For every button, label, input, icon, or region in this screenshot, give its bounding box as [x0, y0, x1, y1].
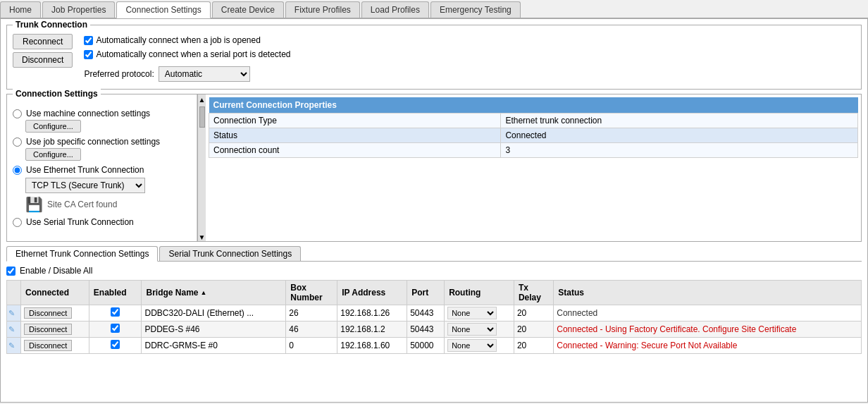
th-edit	[7, 281, 21, 305]
option-serial-label: Use Serial Trunk Connection	[26, 217, 134, 227]
eth-bridge-name-2: DDRC-GRMS-E #0	[142, 338, 286, 354]
auto-connect-serial-label[interactable]: Automatically connect when a serial port…	[84, 49, 290, 59]
option-ethernet-label: Use Ethernet Trunk Connection	[26, 165, 144, 175]
eth-routing-2: None	[445, 338, 514, 354]
eth-box-number-2: 0	[286, 338, 337, 354]
bottom-tab-serial[interactable]: Serial Trunk Connection Settings	[159, 246, 301, 261]
eth-connected-0: Disconnect	[21, 305, 89, 322]
tab-emergency-testing[interactable]: Emergency Testing	[430, 1, 521, 18]
tab-connection-settings[interactable]: Connection Settings	[116, 1, 210, 18]
eth-bridge-name-1: PDDEG-S #46	[142, 322, 286, 338]
connection-settings-left: Use machine connection settings Configur…	[7, 94, 197, 241]
scroll-handle[interactable]: ▲ ▼	[197, 94, 206, 241]
trunk-type-select[interactable]: TCP TLS (Secure Trunk)	[25, 178, 145, 193]
tab-job-properties[interactable]: Job Properties	[42, 1, 115, 18]
routing-select-1[interactable]: None	[447, 323, 497, 336]
eth-bridge-name-0: DDBC320-DALI (Ethernet) ...	[142, 305, 286, 322]
edit-icon-0[interactable]: ✎	[8, 309, 15, 318]
conn-prop-label-2: Connection count	[209, 143, 501, 158]
routing-select-0[interactable]: None	[447, 307, 497, 319]
routing-select-2[interactable]: None	[447, 339, 497, 352]
eth-port-0: 50443	[407, 305, 445, 322]
th-ip-address: IP Address	[337, 281, 407, 305]
trunk-type-row: TCP TLS (Secure Trunk)	[25, 178, 191, 193]
eth-ip-address-2: 192.168.1.60	[337, 338, 407, 354]
cert-label: Site CA Cert found	[47, 200, 117, 209]
conn-prop-label-1: Status	[209, 128, 501, 143]
eth-tx-delay-2: 20	[514, 338, 553, 354]
eth-enabled-2	[89, 338, 142, 354]
disconnect-button-0[interactable]: Disconnect	[24, 307, 72, 319]
current-connection-panel: Current Connection Properties Connection…	[206, 94, 861, 241]
eth-table-row: ✎ Disconnect PDDEG-S #46 46 192.168.1.2 …	[7, 322, 862, 338]
enable-all-label: Enable / Disable All	[20, 266, 92, 276]
tab-load-profiles[interactable]: Load Profiles	[361, 1, 429, 18]
bridge-sort-icon: ▲	[201, 289, 207, 296]
auto-connect-job-text: Automatically connect when a job is open…	[96, 35, 260, 45]
reconnect-button[interactable]: Reconnect	[13, 34, 73, 49]
conn-prop-value-1: Connected	[501, 128, 858, 143]
enabled-checkbox-1[interactable]	[111, 324, 120, 333]
edit-icon-1[interactable]: ✎	[8, 325, 15, 334]
main-content: Trunk Connection Reconnect Disconnect Au…	[0, 18, 868, 403]
th-box-number: BoxNumber	[286, 281, 337, 305]
edit-icon-2[interactable]: ✎	[8, 341, 15, 350]
conn-prop-row-0: Connection Type Ethernet trunk connectio…	[209, 114, 858, 128]
disconnect-button-2[interactable]: Disconnect	[24, 340, 72, 351]
current-connection-table: Current Connection Properties Connection…	[209, 97, 858, 158]
enable-all-checkbox[interactable]	[6, 267, 16, 276]
trunk-connection-title: Trunk Connection	[13, 20, 90, 30]
eth-tx-delay-1: 20	[514, 322, 553, 338]
conn-prop-label-0: Connection Type	[209, 114, 501, 128]
conn-prop-value-2: 3	[501, 143, 858, 158]
eth-table: Connected Enabled Bridge Name ▲ BoxNumbe…	[6, 280, 862, 354]
tab-create-device[interactable]: Create Device	[212, 1, 284, 18]
th-tx-delay: TxDelay	[514, 281, 553, 305]
eth-port-2: 50000	[407, 338, 445, 354]
bottom-tab-bar: Ethernet Trunk Connection Settings Seria…	[6, 246, 862, 262]
eth-routing-1: None	[445, 322, 514, 338]
preferred-protocol-select[interactable]: Automatic	[159, 66, 250, 82]
tab-bar: Home Job Properties Connection Settings …	[0, 0, 868, 18]
eth-connected-1: Disconnect	[21, 322, 89, 338]
eth-ip-address-1: 192.168.1.2	[337, 322, 407, 338]
radio-serial[interactable]	[13, 218, 22, 227]
radio-job[interactable]	[13, 137, 22, 147]
eth-enabled-0	[89, 305, 142, 322]
auto-connect-serial-checkbox[interactable]	[84, 50, 93, 59]
eth-table-row: ✎ Disconnect DDRC-GRMS-E #0 0 192.168.1.…	[7, 338, 862, 354]
conn-props-header: Current Connection Properties	[209, 97, 858, 114]
radio-ethernet[interactable]	[13, 166, 22, 175]
scroll-thumb[interactable]	[199, 106, 205, 128]
option-machine-label: Use machine connection settings	[26, 109, 150, 118]
auto-connect-serial-text: Automatically connect when a serial port…	[96, 49, 290, 59]
eth-ip-address-0: 192.168.1.26	[337, 305, 407, 322]
scroll-down-arrow[interactable]: ▼	[199, 233, 206, 241]
conn-prop-row-1: Status Connected	[209, 128, 858, 143]
auto-connect-job-checkbox[interactable]	[84, 36, 93, 45]
auto-connect-job-label[interactable]: Automatically connect when a job is open…	[84, 35, 290, 45]
trunk-connection-section: Trunk Connection Reconnect Disconnect Au…	[6, 25, 862, 90]
th-connected: Connected	[21, 281, 89, 305]
th-status: Status	[554, 281, 862, 305]
cert-row: 💾 Site CA Cert found	[25, 196, 191, 213]
eth-routing-0: None	[445, 305, 514, 322]
preferred-protocol-label: Preferred protocol:	[84, 69, 154, 79]
eth-status-0: Connected	[554, 305, 862, 322]
enabled-checkbox-0[interactable]	[111, 307, 120, 317]
eth-table-row: ✎ Disconnect DDBC320-DALI (Ethernet) ...…	[7, 305, 862, 322]
enabled-checkbox-2[interactable]	[111, 340, 120, 349]
tab-home[interactable]: Home	[0, 1, 41, 18]
eth-status-2: Connected - Warning: Secure Port Not Ava…	[554, 338, 862, 354]
configure-machine-button[interactable]: Configure...	[25, 120, 81, 133]
disconnect-button[interactable]: Disconnect	[13, 52, 73, 68]
configure-job-button[interactable]: Configure...	[25, 148, 81, 161]
disconnect-button-1[interactable]: Disconnect	[24, 324, 72, 335]
scroll-up-arrow[interactable]: ▲	[199, 96, 206, 104]
radio-machine[interactable]	[13, 109, 22, 118]
eth-box-number-0: 26	[286, 305, 337, 322]
bottom-tab-ethernet[interactable]: Ethernet Trunk Connection Settings	[6, 246, 158, 262]
eth-table-container: Connected Enabled Bridge Name ▲ BoxNumbe…	[6, 280, 862, 354]
tab-fixture-profiles[interactable]: Fixture Profiles	[285, 1, 360, 18]
eth-tx-delay-0: 20	[514, 305, 553, 322]
